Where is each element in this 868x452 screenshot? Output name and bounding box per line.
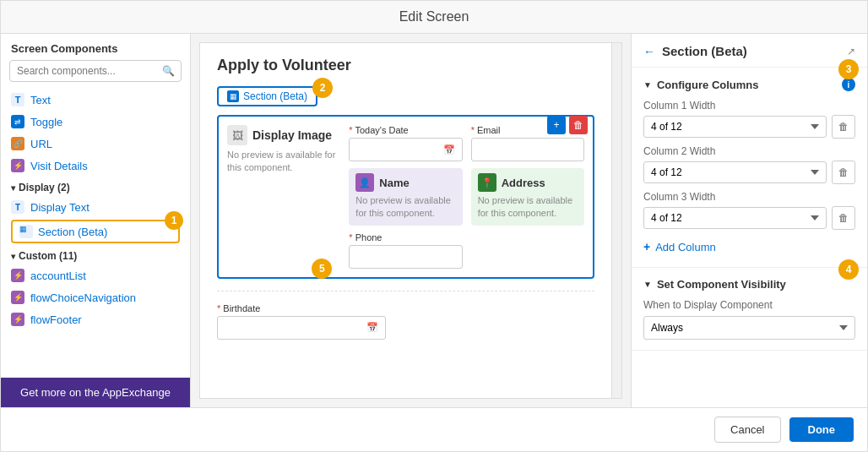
visibility-section: ▼ Set Component Visibility 4 When to Dis… xyxy=(632,268,867,351)
page-title: Edit Screen xyxy=(1,1,867,34)
configure-chevron-icon: ▼ xyxy=(643,80,652,90)
info-icon[interactable]: i xyxy=(842,78,855,91)
component-account-list[interactable]: ⚡ accountList xyxy=(1,264,190,286)
component-display-text[interactable]: T Display Text xyxy=(1,196,190,218)
name-title: Name xyxy=(379,177,409,189)
display-image-no-preview: No preview is available for this compone… xyxy=(227,149,340,175)
badge-3: 3 xyxy=(838,59,859,79)
col2-width-select[interactable]: 4 of 12 xyxy=(643,161,827,183)
display-image-title: Display Image xyxy=(252,128,332,142)
col2-fields: * Today's Date 📅 👤 Name xyxy=(349,125,462,269)
expand-icon[interactable]: ↗ xyxy=(847,46,855,57)
address-header: 📍 Address xyxy=(478,173,578,192)
section-move-button[interactable]: + xyxy=(547,116,566,134)
col1-width-row: Column 1 Width 4 of 12 🗑 xyxy=(643,100,855,139)
display-image-block: 🖼 Display Image No preview is available … xyxy=(227,125,340,269)
name-header: 👤 Name xyxy=(355,173,455,192)
back-arrow-icon[interactable]: ← xyxy=(643,45,655,58)
address-no-preview: No preview is available for this compone… xyxy=(478,194,578,221)
section-tab-area: ▦ Section (Beta) 2 xyxy=(217,86,317,112)
left-panel-title: Screen Components xyxy=(1,34,190,60)
section-beta-icon: ▦ xyxy=(19,225,33,238)
chevron-icon-2: ▾ xyxy=(11,252,15,261)
calendar-icon: 📅 xyxy=(443,144,455,155)
component-flow-footer[interactable]: ⚡ flowFooter xyxy=(1,308,190,330)
component-url[interactable]: 🔗 URL xyxy=(1,133,190,155)
col1-delete-button[interactable]: 🗑 xyxy=(832,115,855,139)
url-icon: 🔗 xyxy=(11,137,24,150)
add-column-button[interactable]: + Add Column xyxy=(643,237,855,257)
main-container: Edit Screen Screen Components 🔍 T Text ⇌… xyxy=(0,0,868,452)
todays-date-label: * Today's Date xyxy=(349,125,462,135)
col3-delete-button[interactable]: 🗑 xyxy=(832,206,855,230)
form-area: Apply to Volunteer ▦ Section (Beta) 2 xyxy=(200,43,611,340)
badge-5: 5 xyxy=(312,259,332,279)
col3-width-row: Column 3 Width 4 of 12 🗑 xyxy=(643,191,855,230)
when-to-display-label: When to Display Component xyxy=(643,299,855,311)
done-button[interactable]: Done xyxy=(789,417,854,442)
address-icon: 📍 xyxy=(478,173,496,192)
bottom-bar: Cancel Done xyxy=(1,407,867,451)
name-icon: 👤 xyxy=(355,173,374,192)
col1-width-controls: 4 of 12 🗑 xyxy=(643,115,855,139)
section-grid: 🖼 Display Image No preview is available … xyxy=(227,125,584,269)
section-delete-button[interactable]: 🗑 xyxy=(569,116,588,134)
component-flow-choice[interactable]: ⚡ flowChoiceNavigation xyxy=(1,286,190,308)
birthdate-input[interactable]: 📅 xyxy=(217,316,386,340)
col3-width-select[interactable]: 4 of 12 xyxy=(643,207,827,229)
col2-width-row: Column 2 Width 4 of 12 🗑 xyxy=(643,145,855,184)
chevron-icon: ▾ xyxy=(11,183,15,193)
birthdate-label: * Birthdate xyxy=(217,303,594,313)
text-icon: T xyxy=(11,93,24,106)
address-block: 📍 Address No preview is available for th… xyxy=(471,168,584,226)
col3-width-controls: 4 of 12 🗑 xyxy=(643,206,855,230)
display-image-header: 🖼 Display Image xyxy=(227,125,340,145)
custom-section-label: ▾ Custom (11) xyxy=(1,245,190,264)
col2-width-label: Column 2 Width xyxy=(643,145,855,157)
center-panel: Apply to Volunteer ▦ Section (Beta) 2 xyxy=(191,34,631,407)
flow-choice-icon: ⚡ xyxy=(11,291,24,304)
component-section-beta[interactable]: ▦ Section (Beta) xyxy=(11,220,180,243)
name-no-preview: No preview is available for this compone… xyxy=(355,194,455,221)
col2-delete-button[interactable]: 🗑 xyxy=(832,161,855,184)
col3-width-label: Column 3 Width xyxy=(643,191,855,203)
field-phone: * Phone xyxy=(349,232,462,269)
configure-columns-section: ▼ Configure Columns i 3 Column 1 Width 4… xyxy=(632,68,867,268)
phone-input[interactable] xyxy=(349,245,462,269)
search-box: 🔍 xyxy=(9,60,182,82)
toggle-icon: ⇌ xyxy=(11,115,24,128)
components-list: T Text ⇌ Toggle 🔗 URL ⚡ Visit Details ▾ xyxy=(1,89,190,378)
cancel-button[interactable]: Cancel xyxy=(714,417,780,443)
display-text-icon: T xyxy=(11,200,24,214)
screen-canvas: Apply to Volunteer ▦ Section (Beta) 2 xyxy=(199,42,622,399)
address-title: Address xyxy=(502,177,545,189)
display-section-label: ▾ Display (2) xyxy=(1,177,190,196)
section-beta-tab[interactable]: ▦ Section (Beta) xyxy=(217,86,317,106)
search-icon: 🔍 xyxy=(162,65,175,77)
flow-footer-icon: ⚡ xyxy=(11,313,24,326)
component-toggle[interactable]: ⇌ Toggle xyxy=(1,111,190,133)
email-input[interactable] xyxy=(471,138,584,161)
badge-4: 4 xyxy=(838,259,859,280)
appexchange-button[interactable]: Get more on the AppExchange xyxy=(1,378,190,407)
right-panel-header: ← Section (Beta) ↗ xyxy=(632,34,867,68)
badge-1: 1 xyxy=(165,211,183,230)
display-image-icon: 🖼 xyxy=(227,125,247,145)
search-input[interactable] xyxy=(9,60,182,82)
account-list-icon: ⚡ xyxy=(11,269,24,282)
birthdate-area: * Birthdate 📅 xyxy=(217,291,594,340)
col2-width-controls: 4 of 12 🗑 xyxy=(643,161,855,184)
when-to-display-select[interactable]: Always xyxy=(643,316,855,340)
visibility-chevron-icon: ▼ xyxy=(643,280,652,289)
component-visit-details[interactable]: ⚡ Visit Details xyxy=(1,155,190,177)
scrollbar[interactable] xyxy=(611,43,621,398)
visibility-title: ▼ Set Component Visibility xyxy=(643,278,855,291)
right-panel-title: Section (Beta) xyxy=(662,44,847,58)
col1-width-select[interactable]: 4 of 12 xyxy=(643,116,827,138)
form-title: Apply to Volunteer xyxy=(217,57,594,74)
component-text[interactable]: T Text xyxy=(1,89,190,111)
badge-2: 2 xyxy=(312,78,333,98)
configure-columns-title: ▼ Configure Columns i xyxy=(643,78,855,91)
left-panel: Screen Components 🔍 T Text ⇌ Toggle 🔗 UR… xyxy=(1,34,191,407)
todays-date-input[interactable]: 📅 xyxy=(349,138,462,161)
